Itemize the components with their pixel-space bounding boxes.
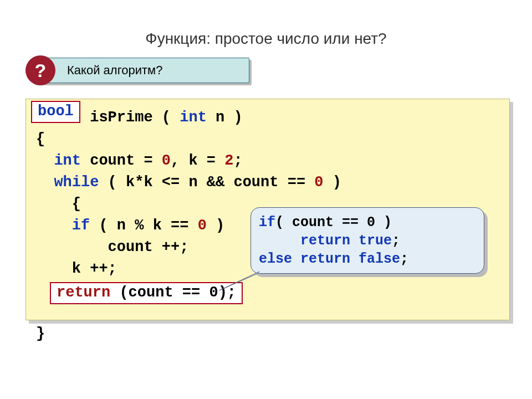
code-l3-int: int bbox=[36, 152, 81, 169]
return-rest: (count == 0); bbox=[110, 284, 236, 301]
code-l6-zero: 0 bbox=[198, 217, 207, 234]
code-l3-zero: 0 bbox=[162, 152, 171, 169]
code-l5: { bbox=[36, 196, 81, 212]
code-l1-fn: isPrime bbox=[90, 109, 152, 126]
callout-l1-rest: ( count == 0 ) bbox=[275, 214, 392, 231]
code-l11: } bbox=[36, 325, 45, 342]
code-l8: k ++; bbox=[36, 260, 117, 277]
callout-box: if( count == 0 ) return true; else retur… bbox=[250, 207, 484, 274]
question-text: Какой алгоритм? bbox=[67, 63, 162, 78]
callout-l3-ret: return bbox=[292, 251, 350, 267]
code-l3-semi: ; bbox=[233, 152, 242, 169]
code-l3-two: 2 bbox=[224, 152, 233, 169]
code-l4-end: ) bbox=[324, 174, 341, 191]
question-bar-face: Какой алгоритм? bbox=[33, 58, 249, 83]
callout-l3-else: else bbox=[259, 251, 292, 267]
code-l1-p1: ( bbox=[153, 109, 180, 126]
question-mark-badge: ? bbox=[25, 55, 55, 85]
code-l1-n: n ) bbox=[207, 109, 243, 126]
return-kw: return bbox=[57, 284, 110, 301]
callout-face: if( count == 0 ) return true; else retur… bbox=[250, 207, 484, 274]
code-l4-zero: 0 bbox=[314, 174, 323, 191]
code-l3-r2: , k = bbox=[171, 152, 224, 169]
callout-l2-semi: ; bbox=[392, 233, 400, 249]
slide-title: Функция: простое число или нет? bbox=[0, 30, 532, 48]
code-l4-while: while bbox=[36, 174, 99, 191]
code-l3-r1: count = bbox=[81, 152, 162, 169]
callout-l3-false: false bbox=[350, 251, 400, 267]
code-l10 bbox=[36, 304, 45, 320]
callout-l2-ret: return bbox=[259, 233, 350, 249]
callout-l3-semi: ; bbox=[400, 251, 408, 267]
question-bar: Какой алгоритм? ? bbox=[33, 58, 249, 83]
code-l6-end: ) bbox=[207, 217, 224, 234]
code-l7: count ++; bbox=[36, 239, 188, 255]
code-l4-body: ( k*k <= n && count == bbox=[99, 174, 314, 191]
code-l6-if: if bbox=[36, 217, 90, 234]
code-l2: { bbox=[36, 131, 45, 147]
callout-l2-true: true bbox=[350, 233, 392, 249]
callout-l1-if: if bbox=[259, 214, 275, 231]
bool-badge: bool bbox=[31, 101, 80, 123]
code-l1-int: int bbox=[180, 109, 207, 126]
code-l6-body: ( n % k == bbox=[90, 217, 197, 234]
return-box: return (count == 0); bbox=[50, 282, 243, 304]
